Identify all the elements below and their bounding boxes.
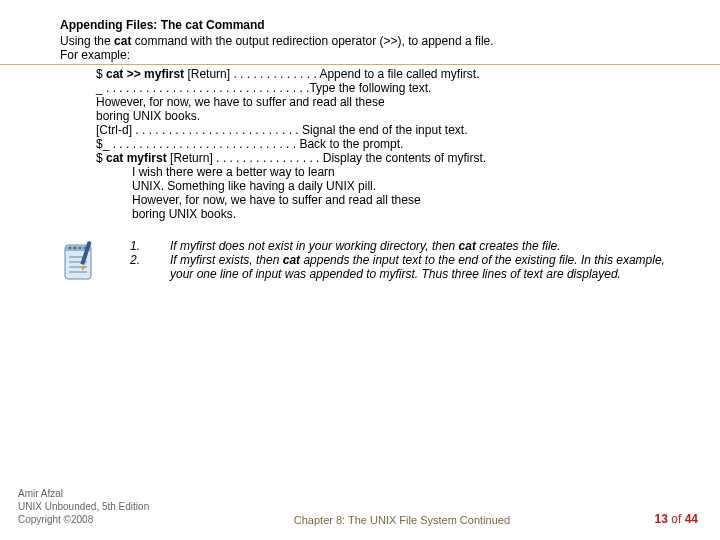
footer-copyright: Copyright ©2008	[18, 513, 149, 526]
example-block: $ cat >> myfirst [Return] . . . . . . . …	[60, 67, 680, 221]
horizontal-divider	[0, 64, 720, 65]
ex1-prefix: $	[96, 67, 106, 81]
page-total: 44	[685, 512, 698, 526]
svg-point-2	[69, 247, 72, 250]
ex1-mid: [Return] . . . . . . . . . . . . . Appen…	[184, 67, 479, 81]
notes-text: If myfirst does not exist in your workin…	[170, 239, 690, 281]
ex7-prefix: $	[96, 151, 106, 165]
footer-author: Amir Afzal	[18, 487, 149, 500]
n1e: creates the file.	[476, 239, 561, 253]
page-current: 13	[655, 512, 668, 526]
n1a: If myfirst	[170, 239, 219, 253]
ex7-bold: cat myfirst	[106, 151, 167, 165]
slide-title: Appending Files: The cat Command	[60, 18, 680, 32]
page-of: of	[668, 512, 685, 526]
intro-suffix: command with the output redirection oper…	[131, 34, 493, 48]
n2a: If myfirst exists, then	[170, 253, 283, 267]
intro-line: Using the cat command with the output re…	[60, 34, 680, 48]
footer-left: Amir Afzal UNIX Unbounded, 5th Edition C…	[18, 487, 149, 526]
intro-prefix: Using the	[60, 34, 114, 48]
intro-bold: cat	[114, 34, 131, 48]
output-line-3: However, for now, we have to suffer and …	[132, 193, 680, 207]
svg-point-4	[79, 247, 82, 250]
num-2: 2.	[130, 253, 170, 267]
output-line-1: I wish there were a better way to learn	[132, 165, 680, 179]
slide-content: Appending Files: The cat Command Using t…	[0, 0, 720, 286]
notes-row: 1. 2. If myfirst does not exist in your …	[60, 239, 680, 286]
for-example: For example:	[60, 48, 680, 62]
output-line-4: boring UNIX books.	[132, 207, 680, 221]
note-1: If myfirst does not exist in your workin…	[170, 239, 690, 253]
n1c: in your working directory, then	[293, 239, 459, 253]
n1d: cat	[459, 239, 476, 253]
page-number: 13 of 44	[655, 512, 698, 526]
example-line-1: $ cat >> myfirst [Return] . . . . . . . …	[96, 67, 680, 81]
note-2: If myfirst exists, then cat appends the …	[170, 253, 690, 281]
ex1-bold: cat >> myfirst	[106, 67, 184, 81]
n1b: does not exist	[219, 239, 293, 253]
example-line-2: _ . . . . . . . . . . . . . . . . . . . …	[96, 81, 680, 95]
output-block: I wish there were a better way to learn …	[96, 165, 680, 221]
notepad-icon	[60, 239, 110, 286]
notes-list: 1. 2. If myfirst does not exist in your …	[110, 239, 690, 281]
output-line-2: UNIX. Something like having a daily UNIX…	[132, 179, 680, 193]
svg-point-3	[74, 247, 77, 250]
n2b: cat	[283, 253, 300, 267]
ctrl-d: [Ctrl-d] . . . . . . . . . . . . . . . .…	[96, 123, 467, 137]
example-line-3: However, for now, we have to suffer and …	[96, 95, 680, 109]
numbers-column: 1. 2.	[110, 239, 170, 281]
example-line-4: boring UNIX books.	[96, 109, 680, 123]
ex7-mid: [Return] . . . . . . . . . . . . . . . .…	[167, 151, 486, 165]
footer-chapter: Chapter 8: The UNIX File System Continue…	[294, 514, 510, 526]
example-line-5: [Ctrl-d] . . . . . . . . . . . . . . . .…	[96, 123, 680, 137]
footer: Amir Afzal UNIX Unbounded, 5th Edition C…	[18, 487, 698, 526]
num-1: 1.	[130, 239, 170, 253]
example-line-7: $ cat myfirst [Return] . . . . . . . . .…	[96, 151, 680, 165]
example-line-6: $_ . . . . . . . . . . . . . . . . . . .…	[96, 137, 680, 151]
footer-book: UNIX Unbounded, 5th Edition	[18, 500, 149, 513]
